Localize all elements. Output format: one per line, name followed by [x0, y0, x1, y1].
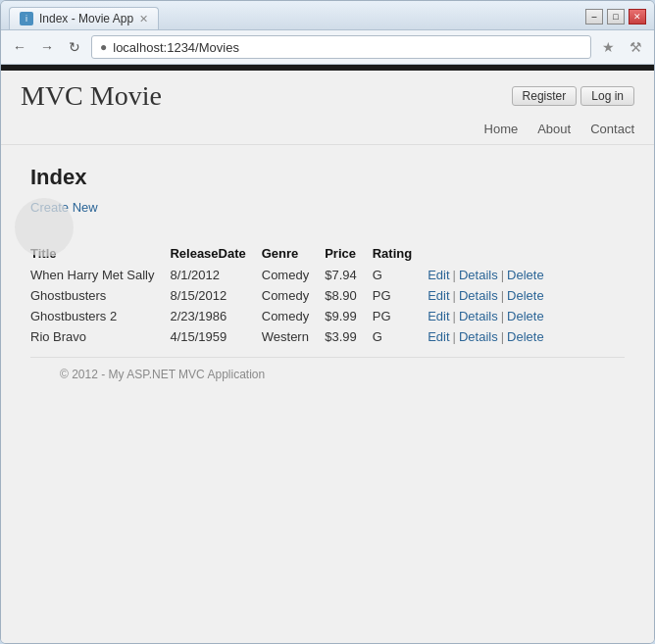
delete-link-0[interactable]: Delete — [507, 268, 544, 282]
cell-2: Western — [262, 326, 325, 347]
edit-link-3[interactable]: Edit — [428, 329, 449, 344]
app-header-top: MVC Movie Register Log in — [21, 80, 634, 112]
refresh-button[interactable]: ↻ — [64, 36, 85, 58]
nav-link-contact[interactable]: Contact — [590, 122, 634, 136]
maximize-button[interactable]: □ — [607, 9, 625, 25]
tools-icon[interactable]: ⚒ — [625, 36, 646, 58]
delete-link-2[interactable]: Delete — [507, 309, 544, 323]
edit-link-1[interactable]: Edit — [428, 288, 449, 303]
browser-window: i Index - Movie App ✕ – □ ✕ ← → ↻ ● loca… — [0, 0, 655, 644]
table-row: Ghostbusters 22/23/1986Comedy$9.99PGEdit… — [30, 306, 560, 326]
window-controls: – □ ✕ — [585, 9, 646, 28]
register-button[interactable]: Register — [512, 86, 578, 106]
edit-link-2[interactable]: Edit — [428, 309, 449, 323]
tab-title: Index - Movie App — [39, 12, 133, 25]
cell-2: Comedy — [262, 285, 325, 306]
col-header-rating: Rating — [373, 242, 428, 265]
movies-table: Title ReleaseDate Genre Price Rating Whe… — [30, 242, 560, 347]
login-button[interactable]: Log in — [580, 86, 634, 106]
app-content: MVC Movie Register Log in Home About Con… — [1, 71, 654, 643]
table-row: When Harry Met Sally8/1/2012Comedy$7.94G… — [30, 265, 560, 285]
table-header-row: Title ReleaseDate Genre Price Rating — [30, 242, 560, 265]
details-link-1[interactable]: Details — [459, 288, 498, 303]
cell-1: 4/15/1959 — [170, 326, 261, 347]
back-button[interactable]: ← — [9, 36, 30, 58]
delete-link-1[interactable]: Delete — [507, 288, 544, 303]
cell-3: $8.90 — [325, 285, 373, 306]
col-header-price: Price — [325, 242, 373, 265]
cell-4: G — [373, 265, 428, 285]
cell-2: Comedy — [262, 306, 325, 326]
page-title: Index — [30, 165, 625, 190]
details-link-2[interactable]: Details — [459, 309, 498, 323]
navigation-bar: ← → ↻ ● localhost:1234/Movies ★ ⚒ — [1, 30, 654, 65]
cell-4: PG — [373, 306, 428, 326]
footer-text: © 2012 - My ASP.NET MVC Application — [60, 368, 265, 381]
cell-0: When Harry Met Sally — [30, 265, 170, 285]
address-bar[interactable]: ● localhost:1234/Movies — [91, 35, 591, 59]
bookmark-icon[interactable]: ★ — [597, 36, 619, 58]
forward-button[interactable]: → — [36, 36, 58, 58]
cell-3: $3.99 — [325, 326, 373, 347]
header-buttons: Register Log in — [512, 86, 634, 106]
cell-3: $7.94 — [325, 265, 373, 285]
address-text: localhost:1234/Movies — [113, 40, 239, 55]
cell-actions: Edit|Details|Delete — [428, 326, 560, 347]
nav-link-home[interactable]: Home — [484, 122, 519, 136]
tab-close-button[interactable]: ✕ — [139, 13, 148, 25]
col-header-releasedate: ReleaseDate — [170, 242, 261, 265]
cell-0: Ghostbusters — [30, 285, 170, 306]
cell-0: Ghostbusters 2 — [30, 306, 170, 326]
cell-actions: Edit|Details|Delete — [428, 285, 560, 306]
nav-link-about[interactable]: About — [537, 122, 571, 136]
table-row: Ghostbusters8/15/2012Comedy$8.90PGEdit|D… — [30, 285, 560, 306]
address-lock-icon: ● — [100, 40, 107, 54]
browser-tab[interactable]: i Index - Movie App ✕ — [9, 7, 159, 29]
cell-3: $9.99 — [325, 306, 373, 326]
title-bar: i Index - Movie App ✕ – □ ✕ — [1, 1, 654, 30]
cell-4: PG — [373, 285, 428, 306]
cell-1: 8/15/2012 — [170, 285, 261, 306]
edit-link-0[interactable]: Edit — [428, 268, 449, 282]
cell-actions: Edit|Details|Delete — [428, 265, 560, 285]
cell-0: Rio Bravo — [30, 326, 170, 347]
table-row: Rio Bravo4/15/1959Western$3.99GEdit|Deta… — [30, 326, 560, 347]
cell-1: 2/23/1986 — [170, 306, 261, 326]
details-link-0[interactable]: Details — [459, 268, 498, 282]
col-header-genre: Genre — [262, 242, 325, 265]
cell-4: G — [373, 326, 428, 347]
app-header: MVC Movie Register Log in Home About Con… — [1, 71, 654, 145]
app-title: MVC Movie — [21, 80, 162, 112]
cell-1: 8/1/2012 — [170, 265, 261, 285]
minimize-button[interactable]: – — [585, 9, 603, 25]
page-content: Index Create New Title ReleaseDate Genre… — [1, 145, 654, 643]
close-button[interactable]: ✕ — [629, 9, 646, 25]
tab-favicon: i — [20, 12, 33, 25]
col-header-actions — [428, 242, 560, 265]
footer: © 2012 - My ASP.NET MVC Application — [30, 357, 625, 401]
header-decorative-circle — [15, 198, 74, 257]
delete-link-3[interactable]: Delete — [507, 329, 544, 344]
cell-actions: Edit|Details|Delete — [428, 306, 560, 326]
app-nav: Home About Contact — [21, 116, 634, 144]
cell-2: Comedy — [262, 265, 325, 285]
details-link-3[interactable]: Details — [459, 329, 498, 344]
